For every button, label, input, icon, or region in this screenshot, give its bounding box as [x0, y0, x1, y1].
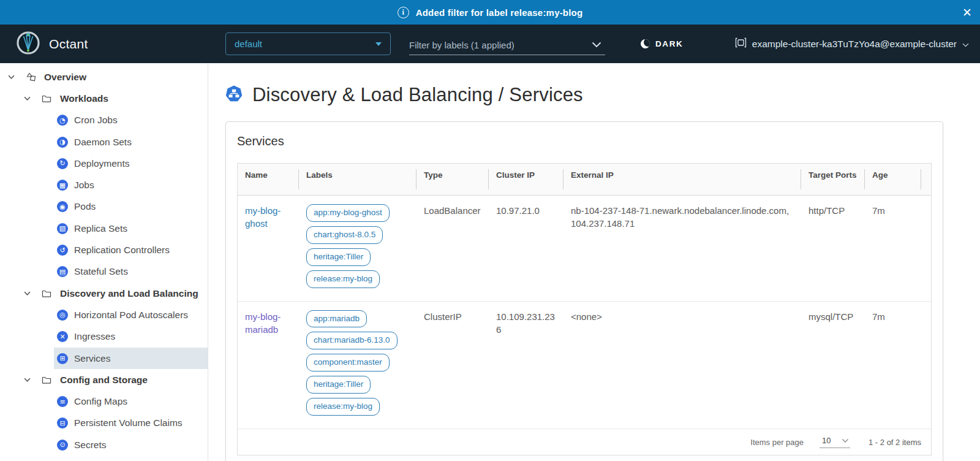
sidebar-item-horizontal-pod-autoscalers[interactable]: ◎Horizontal Pod Autoscalers: [54, 304, 208, 326]
pagination-range: 1 - 2 of 2 items: [869, 438, 921, 447]
card-title: Services: [237, 133, 932, 148]
label-badge[interactable]: heritage:Tiller: [306, 376, 371, 394]
folder-icon: [42, 289, 53, 298]
replica-sets-icon: ▧: [57, 223, 68, 234]
info-icon: i: [398, 7, 409, 18]
sidebar-item-config-maps[interactable]: ≡Config Maps: [54, 391, 208, 412]
daemon-sets-icon: ◑: [57, 137, 68, 148]
jobs-icon: ▦: [57, 180, 68, 191]
sidebar-item-persistent-volume-claims[interactable]: ⊟Persistent Volume Claims: [54, 413, 208, 434]
label-badge[interactable]: app:my-blog-ghost: [306, 204, 390, 222]
theme-label: DARK: [655, 39, 683, 48]
namespace-selector[interactable]: default: [225, 32, 391, 55]
notification-banner: i Added filter for label release:my-blog…: [0, 0, 980, 25]
cell-type: LoadBalancer: [417, 196, 489, 301]
column-header-labels: Labels: [299, 164, 417, 195]
label-badge[interactable]: heritage:Tiller: [306, 248, 371, 266]
banner-message: Added filter for label release:my-blog: [416, 7, 583, 18]
label-filter-text: Filter by labels (1 applied): [409, 40, 514, 50]
sidebar-item-replication-controllers[interactable]: ↺Replication Controllers: [54, 239, 208, 261]
sidebar-item-ingresses[interactable]: ✕Ingresses: [54, 326, 208, 348]
octant-logo-icon: [16, 31, 40, 58]
context-selector[interactable]: example-cluster-ka3TuTzYo4a@example-clus…: [735, 25, 969, 63]
table-header: NameLabelsTypeCluster IPExternal IPTarge…: [238, 164, 931, 196]
app-header: Octant default Filter by labels (1 appli…: [0, 25, 980, 63]
sidebar-item-label: Config Maps: [74, 396, 127, 407]
cell-name: my-blog-mariadb: [238, 302, 299, 429]
cell-labels: app:mariadbchart:mariadb-6.13.0component…: [299, 302, 417, 429]
services-table: NameLabelsTypeCluster IPExternal IPTarge…: [237, 163, 932, 455]
label-filter-dropdown[interactable]: Filter by labels (1 applied): [409, 35, 605, 55]
sidebar-item-label: Pods: [74, 201, 96, 212]
sidebar-group-config-and-storage[interactable]: Config and Storage: [0, 369, 208, 391]
service-link[interactable]: my-blog-mariadb: [245, 311, 281, 335]
folder-icon: [42, 376, 53, 384]
sidebar-item-secrets[interactable]: ⊙Secrets: [54, 434, 208, 455]
stateful-sets-icon: ▤: [57, 266, 68, 277]
sidebar-item-label: Services: [74, 353, 110, 364]
folder-icon: [42, 94, 53, 103]
context-value: example-cluster-ka3TuTzYo4a@example-clus…: [752, 39, 957, 50]
column-header-target-ports: Target Ports: [801, 164, 865, 195]
close-icon[interactable]: ✕: [962, 7, 972, 18]
cell-cluster-ip: 10.97.21.0: [489, 196, 564, 301]
service-link[interactable]: my-blog-ghost: [245, 205, 281, 229]
sidebar-group-discovery-and-load-balancing[interactable]: Discovery and Load Balancing: [0, 283, 208, 304]
chevron-down-icon: [592, 39, 601, 50]
cell-filler: [921, 302, 936, 429]
sidebar-group-overview[interactable]: Overview: [0, 66, 208, 88]
sidebar-item-stateful-sets[interactable]: ▤Stateful Sets: [54, 261, 208, 283]
caret-down-icon: [375, 42, 382, 46]
sidebar-item-pods[interactable]: ◉Pods: [54, 196, 208, 218]
sidebar-item-replica-sets[interactable]: ▧Replica Sets: [54, 218, 208, 239]
label-badge[interactable]: chart:mariadb-6.13.0: [306, 332, 398, 349]
column-header-filler: [921, 164, 936, 195]
brand[interactable]: Octant: [16, 25, 88, 63]
label-badge[interactable]: app:mariadb: [306, 310, 367, 328]
cell-cluster-ip: 10.109.231.236: [489, 302, 564, 429]
sidebar-item-label: Secrets: [74, 440, 107, 451]
sidebar-item-label: Replication Controllers: [74, 245, 170, 256]
moon-icon: [641, 39, 650, 48]
label-badge[interactable]: release:my-blog: [306, 270, 380, 288]
table-row: my-blog-mariadbapp:mariadbchart:mariadb-…: [238, 302, 931, 429]
replication-controllers-icon: ↺: [57, 245, 68, 256]
chevron-down-icon[interactable]: [23, 94, 32, 102]
cell-target-ports: mysql/TCP: [801, 302, 865, 429]
items-per-page-select[interactable]: 10: [820, 436, 850, 448]
table-body: my-blog-ghostapp:my-blog-ghostchart:ghos…: [238, 196, 931, 429]
column-header-name: Name: [238, 164, 299, 195]
chevron-down-icon[interactable]: [23, 289, 32, 297]
cell-labels: app:my-blog-ghostchart:ghost-8.0.5herita…: [299, 196, 417, 301]
sidebar-item-services[interactable]: ⊞Services: [54, 348, 208, 369]
sidebar-item-deployments[interactable]: ↻Deployments: [54, 153, 208, 174]
services-card: Services NameLabelsTypeCluster IPExterna…: [225, 121, 943, 461]
label-badge[interactable]: release:my-blog: [306, 398, 380, 416]
main-content: Discovery & Load Balancing / Services Se…: [209, 63, 980, 461]
sidebar-group-workloads[interactable]: Workloads: [0, 88, 208, 109]
namespace-value: default: [235, 39, 262, 49]
label-badge[interactable]: component:master: [306, 354, 390, 371]
sidebar-item-label: Horizontal Pod Autoscalers: [74, 310, 188, 321]
chevron-down-icon[interactable]: [7, 73, 16, 81]
services-icon: ⊞: [57, 353, 68, 364]
sidebar-item-label: Discovery and Load Balancing: [60, 288, 198, 299]
sidebar-item-daemon-sets[interactable]: ◑Daemon Sets: [54, 131, 208, 153]
table-row: my-blog-ghostapp:my-blog-ghostchart:ghos…: [238, 196, 931, 302]
sidebar-item-cron-jobs[interactable]: ◔Cron Jobs: [54, 110, 208, 131]
sidebar-item-label: Persistent Volume Claims: [74, 417, 183, 429]
sidebar-item-label: Daemon Sets: [74, 137, 132, 148]
cell-age: 7m: [865, 196, 921, 301]
overview-icon: [26, 72, 37, 82]
secrets-icon: ⊙: [57, 440, 68, 451]
column-header-cluster-ip: Cluster IP: [489, 164, 564, 195]
column-header-type: Type: [417, 164, 489, 195]
sidebar-item-jobs[interactable]: ▦Jobs: [54, 174, 208, 196]
label-badge[interactable]: chart:ghost-8.0.5: [306, 226, 383, 244]
chevron-down-icon: [962, 39, 969, 50]
chevron-down-icon[interactable]: [23, 376, 32, 384]
ingresses-icon: ✕: [57, 331, 68, 342]
cron-jobs-icon: ◔: [57, 115, 68, 126]
dark-theme-toggle[interactable]: DARK: [641, 25, 683, 63]
deployments-icon: ↻: [57, 158, 68, 169]
